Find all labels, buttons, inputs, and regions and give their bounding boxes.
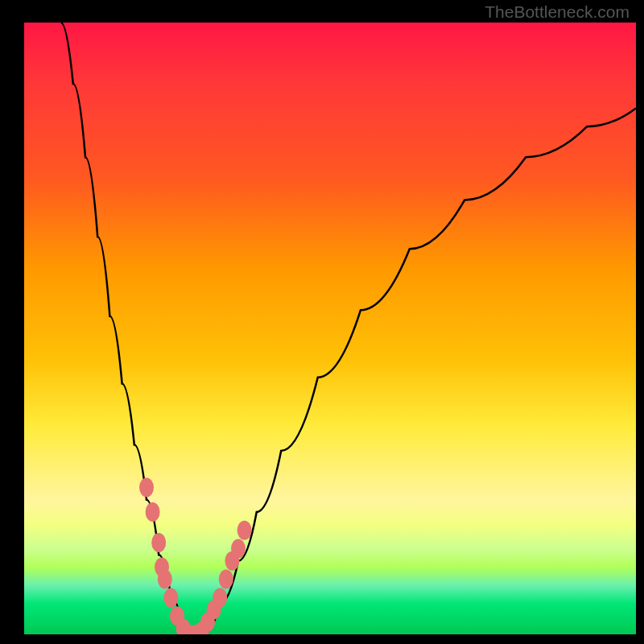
data-markers [139,478,252,634]
data-marker [151,533,166,552]
data-marker [163,588,178,607]
data-marker [213,588,227,607]
data-marker [139,478,154,497]
data-marker [231,539,246,559]
curve-overlay [24,23,636,634]
bottleneck-curve [61,23,636,634]
chart-container: TheBottleneck.com [0,0,644,644]
chart-plot-area [24,23,636,634]
watermark-text: TheBottleneck.com [485,2,630,22]
data-marker [146,502,160,522]
data-marker [158,570,172,589]
data-marker [219,570,233,589]
data-marker [237,521,252,540]
